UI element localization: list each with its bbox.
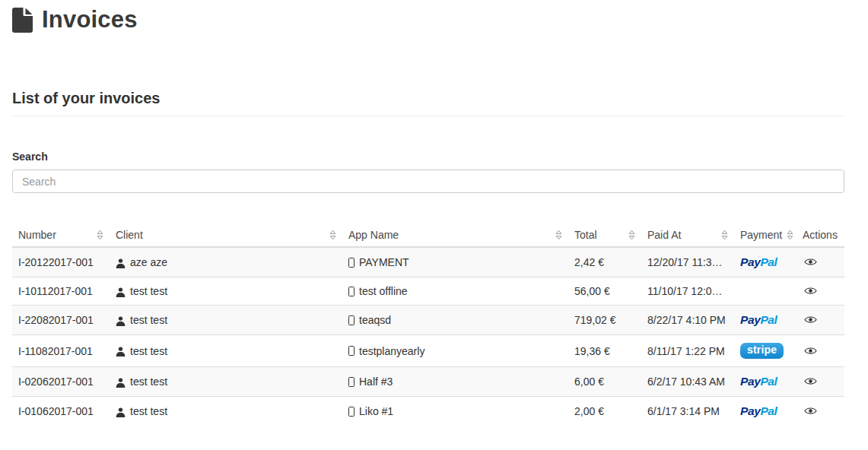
actions-cell — [796, 247, 844, 277]
app-name: Liko #1 — [359, 405, 393, 417]
actions-cell — [796, 335, 844, 367]
invoice-number-cell: I-22082017-001 — [12, 306, 110, 335]
eye-icon[interactable] — [803, 345, 819, 357]
app-box-icon — [348, 346, 355, 356]
paid-at-cell: 12/20/17 11:3… — [641, 247, 734, 277]
client-cell: test test — [110, 335, 342, 367]
section-title: List of your invoices — [12, 90, 844, 107]
invoice-number-cell: I-01062017-001 — [12, 397, 110, 426]
table-row: I-02062017-001 test test Half #3 6,00 € … — [12, 367, 844, 397]
payment-cell: PayPal — [734, 367, 796, 397]
invoice-number-cell: I-20122017-001 — [12, 247, 110, 277]
user-icon — [116, 258, 126, 268]
app-name-cell: PAYMENT — [342, 247, 568, 277]
col-header-label: Actions — [803, 229, 838, 241]
app-box-icon — [348, 258, 355, 268]
paypal-logo: PayPal — [740, 404, 777, 418]
search-input[interactable] — [12, 170, 844, 193]
app-box-icon — [348, 287, 355, 296]
actions-cell — [796, 277, 844, 306]
section-divider — [12, 116, 844, 116]
app-name-cell: test offline — [342, 277, 568, 306]
app-name-cell: teaqsd — [342, 306, 568, 335]
col-header-label: App Name — [348, 229, 399, 241]
col-header-label: Paid At — [647, 229, 681, 241]
total-cell: 19,36 € — [568, 335, 641, 367]
paid-at-cell: 6/2/17 10:43 AM — [641, 367, 734, 397]
app-name: test offline — [359, 285, 408, 297]
search-label: Search — [12, 151, 844, 163]
eye-icon[interactable] — [803, 285, 819, 296]
paid-at-cell: 6/1/17 3:14 PM — [641, 397, 734, 426]
actions-cell — [796, 367, 844, 397]
file-icon — [12, 8, 33, 33]
user-icon — [116, 347, 126, 357]
actions-cell — [796, 397, 844, 426]
paypal-logo: PayPal — [740, 313, 777, 327]
invoices-table: Number Client App Name Total Paid At — [12, 223, 844, 426]
col-header-label: Payment — [740, 229, 782, 241]
table-row: I-22082017-001 test test teaqsd 719,02 €… — [12, 306, 844, 335]
app-name: PAYMENT — [359, 256, 409, 268]
col-header-client[interactable]: Client — [110, 223, 342, 247]
payment-cell — [734, 277, 796, 306]
page-title: Invoices — [42, 6, 138, 33]
page-header: Invoices — [12, 6, 844, 33]
user-icon — [116, 316, 126, 326]
sort-icon — [628, 230, 635, 240]
app-name-cell: testplanyearly — [342, 335, 568, 367]
client-name: aze aze — [130, 256, 167, 268]
client-name: test test — [130, 285, 167, 297]
invoice-number-cell: I-11082017-001 — [12, 335, 110, 367]
client-cell: aze aze — [110, 247, 342, 277]
payment-cell: PayPal — [734, 247, 796, 277]
total-cell: 6,00 € — [568, 367, 641, 397]
client-name: test test — [130, 405, 167, 417]
client-cell: test test — [110, 367, 342, 397]
app-name: Half #3 — [359, 376, 393, 388]
app-name-cell: Liko #1 — [342, 397, 568, 426]
sort-icon — [787, 230, 793, 240]
table-row: I-11082017-001 test test testplanyearly … — [12, 335, 844, 367]
col-header-number[interactable]: Number — [12, 223, 110, 247]
paypal-logo: PayPal — [740, 255, 777, 269]
invoice-number-cell: I-02062017-001 — [12, 367, 110, 397]
eye-icon[interactable] — [803, 314, 819, 325]
sort-icon — [329, 230, 336, 240]
total-cell: 719,02 € — [568, 306, 641, 335]
actions-cell — [796, 306, 844, 335]
invoices-page: Invoices List of your invoices Search Nu… — [12, 6, 844, 426]
client-name: test test — [130, 314, 167, 326]
app-box-icon — [348, 315, 355, 325]
total-cell: 2,42 € — [568, 247, 641, 277]
col-header-label: Client — [116, 229, 143, 241]
app-name: testplanyearly — [359, 345, 424, 357]
app-box-icon — [348, 377, 355, 387]
invoice-number-cell: I-10112017-001 — [12, 277, 110, 306]
app-name-cell: Half #3 — [342, 367, 568, 397]
table-header-row: Number Client App Name Total Paid At — [12, 223, 844, 247]
user-icon — [116, 287, 126, 297]
payment-cell: PayPal — [734, 397, 796, 426]
table-row: I-20122017-001 aze aze PAYMENT 2,42 € 12… — [12, 247, 844, 277]
col-header-app-name[interactable]: App Name — [342, 223, 568, 247]
table-row: I-10112017-001 test test test offline 56… — [12, 277, 844, 306]
sort-icon — [555, 230, 562, 240]
eye-icon[interactable] — [803, 405, 819, 417]
client-cell: test test — [110, 397, 342, 426]
client-cell: test test — [110, 277, 342, 306]
app-box-icon — [348, 407, 355, 417]
col-header-label: Total — [574, 229, 597, 241]
client-name: test test — [130, 345, 167, 357]
client-name: test test — [130, 376, 167, 388]
sort-icon — [721, 230, 728, 240]
col-header-payment[interactable]: Payment — [734, 223, 796, 247]
eye-icon[interactable] — [803, 256, 819, 268]
col-header-paid-at[interactable]: Paid At — [641, 223, 734, 247]
app-name: teaqsd — [359, 314, 391, 326]
eye-icon[interactable] — [803, 376, 819, 387]
col-header-total[interactable]: Total — [568, 223, 641, 247]
paid-at-cell: 8/11/17 1:22 PM — [641, 335, 734, 367]
paid-at-cell: 8/22/17 4:10 PM — [641, 306, 734, 335]
total-cell: 56,00 € — [568, 277, 641, 306]
